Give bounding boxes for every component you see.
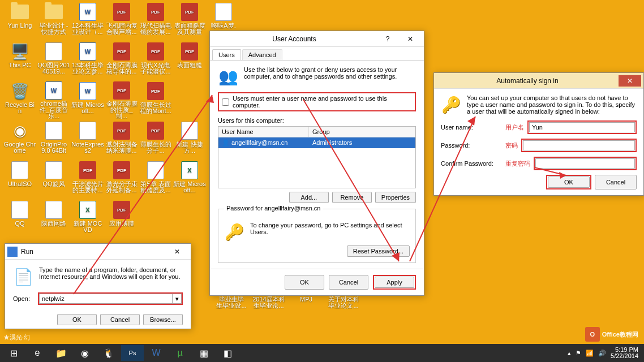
desktop-icon[interactable]: PDF薄膜生长的分子... [139, 121, 172, 158]
ua-user-row[interactable]: 👤 angelllfairy@msn.cn Administrators [218, 137, 415, 148]
ua-checkbox-label: Users must enter a user name and passwor… [233, 95, 412, 109]
desktop-icon[interactable]: W12本科生毕业设计（... [71, 2, 104, 40]
desktop-icon[interactable]: QQ图片20140519... [37, 42, 70, 79]
run-title: Run [21, 248, 166, 256]
desktop-icon[interactable]: 🖥️This PC [3, 42, 36, 79]
system-tray[interactable]: ▴ ⚑ 📶 🔊 5:19 PM 5/22/2014 [568, 347, 642, 359]
desktop-icon[interactable]: PDF溅射法制备纳米薄膜... [105, 121, 138, 158]
run-open-dropdown[interactable]: ▾ [173, 294, 182, 304]
desktop-icon[interactable]: 陕西网络 [37, 200, 70, 238]
ua-col-group[interactable]: Group [309, 127, 415, 137]
close-button[interactable]: ✕ [399, 33, 422, 45]
taskbar-chrome-icon[interactable]: ◉ [74, 345, 96, 361]
ua-user-list[interactable]: User Name Group 👤 angelllfairy@msn.cn Ad… [218, 126, 416, 188]
close-button[interactable]: ✕ [166, 246, 188, 257]
ua-require-password-row[interactable]: Users must enter a user name and passwor… [218, 92, 416, 111]
desktop-icon[interactable]: UltraISO [3, 161, 36, 198]
desktop-icon[interactable]: PDF金刚石薄膜核导体的... [105, 42, 138, 79]
corner-watermark: ★溪光·幻 [3, 333, 30, 342]
desktop-icon[interactable]: QQ [3, 200, 36, 238]
ua-col-username[interactable]: User Name [218, 127, 309, 137]
ua-require-password-checkbox[interactable] [222, 98, 229, 106]
auto-ok-button[interactable]: OK [548, 176, 590, 188]
desktop-icon[interactable]: PDF应用薄膜 [105, 200, 138, 238]
tray-up-icon[interactable]: ▴ [568, 350, 571, 357]
desktop-icon[interactable]: 新建 快捷方... [173, 121, 206, 158]
office-watermark: OOffice教程网 [585, 327, 638, 342]
auto-title: Automatically sign in [436, 77, 619, 85]
start-button[interactable]: ⊞ [2, 345, 25, 361]
auto-user-note: 用户名 [505, 123, 524, 132]
desktop-icon[interactable]: 毕业设计 - 快捷方式 [37, 2, 70, 40]
desktop-icon[interactable]: 🗑️Recycle Bin [3, 81, 36, 119]
ua-properties-button[interactable]: Properties [375, 192, 416, 203]
ua-titlebar[interactable]: User Accounts ? ✕ [210, 31, 424, 47]
auto-user-input[interactable] [529, 122, 635, 132]
user-accounts-dialog: User Accounts ? ✕ Users Advanced 👥 Use t… [209, 31, 424, 296]
desktop-icon[interactable] [173, 200, 206, 238]
auto-confirm-input[interactable] [535, 158, 635, 169]
desktop-icon[interactable]: X新建 Microsoft... [173, 161, 206, 198]
taskbar-explorer-icon[interactable]: 📁 [50, 345, 72, 361]
run-icon [7, 247, 18, 257]
run-open-input[interactable] [39, 294, 173, 304]
desktop-icon[interactable]: NoteExpress2 [71, 121, 104, 158]
run-open-label: Open: [13, 295, 33, 302]
desktop-icon[interactable]: ◉Google Chrome [3, 121, 36, 158]
auto-pwd-input[interactable] [523, 140, 635, 150]
ua-cancel-button[interactable]: Cancel [329, 275, 368, 290]
desktop-icon[interactable]: PDF表面粗糙度及其测量 [173, 2, 206, 40]
desktop-icon[interactable]: QQ旋风 [37, 161, 70, 198]
run-ok-button[interactable]: OK [57, 314, 97, 325]
desktop-icon[interactable]: PDF现代X光电子能谱仪... [139, 42, 172, 79]
desktop-icon[interactable] [173, 81, 206, 119]
run-titlebar[interactable]: Run ✕ [5, 244, 191, 260]
auto-titlebar[interactable]: Automatically sign in ✕ [434, 73, 643, 89]
ua-apply-button[interactable]: Apply [375, 277, 414, 288]
auto-signin-dialog: Automatically sign in ✕ 🔑 You can set up… [433, 72, 644, 196]
ua-help-button[interactable]: ? [376, 33, 399, 45]
desktop-icon[interactable]: PDF干涉滤光片的主要特... [71, 161, 104, 198]
desktop-icon[interactable]: PDF薄膜生长过程的Mont... [139, 81, 172, 119]
run-dialog: Run ✕ 📄 Type the name of a program, fold… [5, 243, 191, 329]
desktop-icon[interactable] [139, 200, 172, 238]
desktop-icon[interactable]: PDF激光分子束外延制备... [105, 161, 138, 198]
taskbar-qq-icon[interactable]: 🐧 [97, 345, 120, 361]
desktop-icon[interactable]: 第5章 表面粗糙度及... [139, 161, 172, 198]
auto-pwd-label: Password: [441, 142, 502, 149]
auto-cancel-button[interactable]: Cancel [595, 175, 637, 189]
users-icon: 👥 [218, 66, 238, 87]
taskbar: ⊞ e 📁 ◉ 🐧 Ps W µ ▦ ◧ ▴ ⚑ 📶 🔊 5:19 PM 5/2… [0, 344, 644, 362]
ua-remove-button[interactable]: Remove [332, 192, 372, 203]
taskbar-ie-icon[interactable]: e [26, 345, 49, 361]
tray-flag-icon[interactable]: ⚑ [576, 350, 581, 357]
desktop-icon[interactable]: PDF飞机腔内复合吸声增... [105, 2, 138, 40]
desktop-icon[interactable]: PDF表面粗糙 [173, 42, 206, 79]
tab-advanced[interactable]: Advanced [242, 49, 282, 60]
run-browse-button[interactable]: Browse... [143, 314, 183, 325]
ua-ok-button[interactable]: OK [285, 275, 324, 290]
ua-title: User Accounts [212, 35, 376, 43]
ua-reset-password-button[interactable]: Reset Password... [347, 245, 410, 257]
taskbar-word-icon[interactable]: W [145, 345, 168, 361]
taskbar-app2-icon[interactable]: ◧ [216, 345, 239, 361]
desktop-icon[interactable]: PDF现代扫描电镜的发展... [139, 2, 172, 40]
desktop-icon[interactable]: Yun Ling [3, 2, 36, 40]
close-button[interactable]: ✕ [619, 75, 641, 87]
desktop-icon[interactable]: X新建 MOCVD [71, 200, 104, 238]
taskbar-utorrent-icon[interactable]: µ [169, 345, 191, 361]
taskbar-clock[interactable]: 5:19 PM 5/22/2014 [611, 347, 638, 359]
desktop-icon[interactable]: OriginPro 9.0 64Bit [37, 121, 70, 158]
desktop-icon[interactable]: PDF金刚石薄膜的性质_制... [105, 81, 138, 119]
desktop-icon[interactable]: Wchrome插件_百度音乐... [37, 81, 70, 119]
taskbar-ps-icon[interactable]: Ps [121, 345, 144, 361]
ua-add-button[interactable]: Add... [289, 192, 329, 203]
desktop-icon[interactable]: W13本科生毕业论文参... [71, 42, 104, 79]
run-cancel-button[interactable]: Cancel [100, 314, 140, 325]
taskbar-app-icon[interactable]: ▦ [192, 345, 215, 361]
tab-users[interactable]: Users [212, 49, 241, 60]
tray-sound-icon[interactable]: 🔊 [598, 350, 606, 357]
tray-network-icon[interactable]: 📶 [586, 350, 594, 357]
desktop-icon[interactable]: W新建 Microsoft... [71, 81, 104, 119]
auto-user-label: User name: [441, 124, 502, 131]
